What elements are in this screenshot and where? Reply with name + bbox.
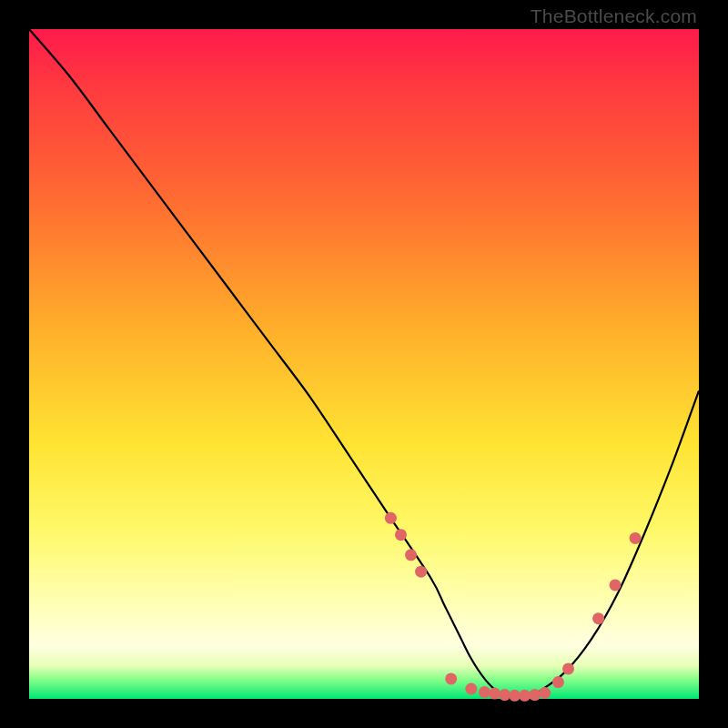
data-point [479, 686, 490, 698]
data-point [592, 612, 604, 624]
data-point [529, 689, 541, 701]
scatter-points [385, 512, 642, 702]
data-point [465, 683, 477, 695]
data-point [630, 532, 642, 544]
data-point [385, 512, 397, 524]
chart-frame: TheBottleneck.com [0, 0, 728, 728]
curve-layer [29, 29, 699, 699]
data-point [445, 672, 457, 684]
data-point [489, 688, 500, 700]
data-point [405, 549, 417, 561]
bottleneck-curve [29, 29, 699, 700]
plot-area [29, 29, 699, 699]
data-point [415, 566, 427, 578]
data-point [395, 529, 407, 541]
data-point [519, 690, 531, 702]
data-point [539, 687, 551, 699]
data-point [552, 676, 564, 688]
data-point [610, 579, 622, 591]
data-point [562, 662, 574, 674]
watermark-text: TheBottleneck.com [531, 5, 697, 27]
